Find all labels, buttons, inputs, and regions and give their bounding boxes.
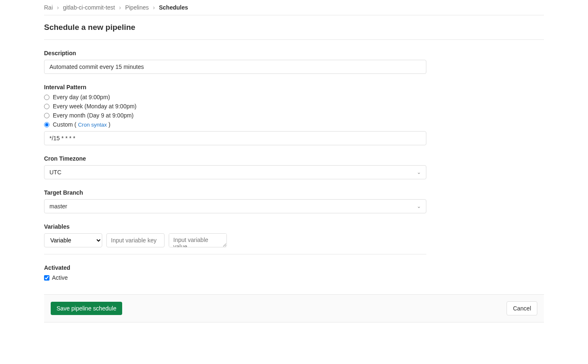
radio-label: Every day (at 9:00pm) <box>53 94 110 100</box>
cron-expression-input[interactable] <box>44 131 426 145</box>
chevron-right-icon: › <box>119 4 121 11</box>
radio-input[interactable] <box>44 122 49 127</box>
interval-label: Interval Pattern <box>44 84 426 90</box>
variable-type-select[interactable]: Variable <box>44 233 102 247</box>
branch-dropdown[interactable]: master ⌄ <box>44 199 426 213</box>
description-label: Description <box>44 50 426 56</box>
variable-key-input[interactable] <box>106 233 165 247</box>
variables-label: Variables <box>44 223 426 230</box>
interval-radio-daily[interactable]: Every day (at 9:00pm) <box>44 94 426 100</box>
description-input[interactable] <box>44 60 426 74</box>
dropdown-value: UTC <box>49 169 62 176</box>
interval-radio-custom[interactable]: Custom ( Cron syntax ) <box>44 121 426 128</box>
timezone-label: Cron Timezone <box>44 155 426 162</box>
chevron-right-icon: › <box>153 4 155 11</box>
breadcrumb-link-project[interactable]: gitlab-ci-commit-test <box>63 4 115 11</box>
interval-radio-weekly[interactable]: Every week (Monday at 9:00pm) <box>44 103 426 110</box>
active-checkbox[interactable] <box>44 275 49 281</box>
chevron-down-icon: ⌄ <box>417 203 421 209</box>
breadcrumb-link-user[interactable]: Rai <box>44 4 53 11</box>
radio-input[interactable] <box>44 104 49 109</box>
radio-label: Custom ( Cron syntax ) <box>53 121 111 128</box>
activated-label: Activated <box>44 264 426 271</box>
dropdown-value: master <box>49 203 67 210</box>
footer-actions: Save pipeline schedule Cancel <box>44 294 544 322</box>
interval-radio-monthly[interactable]: Every month (Day 9 at 9:00pm) <box>44 112 426 119</box>
page-title: Schedule a new pipeline <box>44 15 544 40</box>
save-button[interactable]: Save pipeline schedule <box>51 302 122 315</box>
breadcrumb-link-pipelines[interactable]: Pipelines <box>125 4 149 11</box>
cancel-button[interactable]: Cancel <box>507 301 537 315</box>
variable-value-input[interactable] <box>169 233 227 247</box>
branch-label: Target Branch <box>44 189 426 196</box>
cron-syntax-link[interactable]: Cron syntax <box>78 122 107 128</box>
radio-input[interactable] <box>44 95 49 100</box>
checkbox-label: Active <box>52 274 68 281</box>
radio-input[interactable] <box>44 113 49 118</box>
breadcrumb-current: Schedules <box>159 4 188 11</box>
active-checkbox-row[interactable]: Active <box>44 274 426 281</box>
chevron-right-icon: › <box>57 4 59 11</box>
chevron-down-icon: ⌄ <box>417 169 421 175</box>
breadcrumb: Rai › gitlab-ci-commit-test › Pipelines … <box>44 0 544 15</box>
radio-label: Every month (Day 9 at 9:00pm) <box>53 112 134 119</box>
radio-label: Every week (Monday at 9:00pm) <box>53 103 137 110</box>
timezone-dropdown[interactable]: UTC ⌄ <box>44 165 426 179</box>
